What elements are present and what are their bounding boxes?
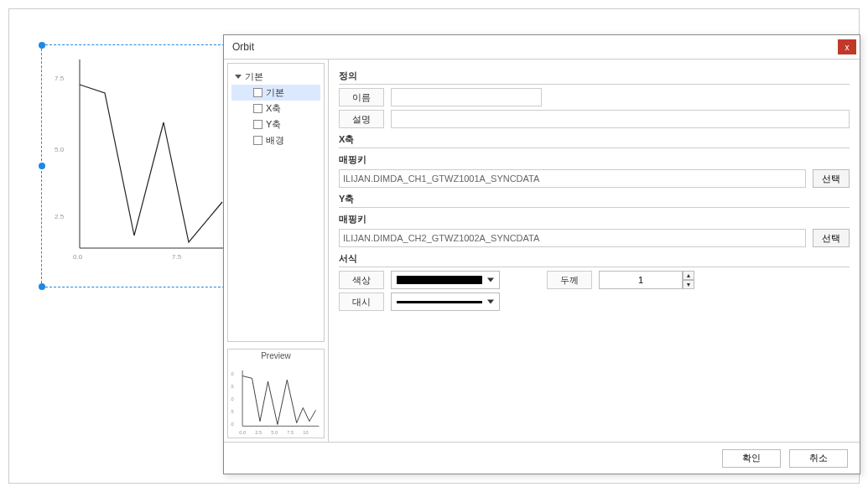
tree-item-xaxis[interactable]: X축 [231, 101, 320, 117]
checkbox-icon[interactable] [253, 88, 262, 97]
section-xaxis: X축 [339, 133, 850, 148]
svg-text:2.5: 2.5 [55, 213, 65, 220]
x-mapkey-input[interactable] [339, 169, 806, 188]
thickness-spinner[interactable]: ▲ ▼ [599, 271, 694, 289]
dash-swatch [397, 301, 482, 303]
color-swatch [397, 276, 482, 284]
tree-item-label: Y축 [266, 118, 281, 131]
y-mapkey-input[interactable] [339, 229, 806, 247]
left-pane: 기본 기본 X축 Y축 [224, 60, 329, 442]
right-pane: 정의 이름 설명 X축 매핑키 선택 Y축 매핑키 [329, 60, 860, 442]
thickness-input[interactable] [599, 271, 683, 289]
label-thickness: 두께 [547, 271, 592, 289]
tree-item-label: 배경 [266, 134, 284, 147]
label-dash: 대시 [339, 293, 384, 311]
svg-text:.5: .5 [230, 384, 234, 389]
svg-text:5.0: 5.0 [55, 146, 65, 153]
section-definition: 정의 [339, 70, 850, 85]
tree-item-background[interactable]: 배경 [231, 132, 320, 148]
dialog-titlebar[interactable]: Orbit x [224, 35, 860, 59]
checkbox-icon[interactable] [253, 104, 262, 113]
chevron-down-icon [235, 75, 242, 79]
label-color: 색상 [339, 271, 384, 289]
dash-combo[interactable] [391, 293, 500, 311]
spin-down-icon[interactable]: ▼ [683, 280, 694, 289]
orbit-dialog: Orbit x 기본 기본 X축 [223, 34, 860, 474]
close-button[interactable]: x [838, 39, 856, 54]
svg-text:.0: .0 [230, 396, 234, 401]
resize-handle[interactable] [39, 163, 45, 169]
checkbox-icon[interactable] [253, 120, 262, 129]
svg-text:0.0: 0.0 [239, 430, 246, 435]
spin-up-icon[interactable]: ▲ [683, 271, 694, 280]
preview-chart: .0 .5 .0 .5 .0 0.0 2.5 5.0 7.5 10 [228, 362, 324, 438]
section-yaxis: Y축 [339, 193, 850, 208]
label-desc: 설명 [339, 110, 384, 128]
label-name: 이름 [339, 88, 384, 106]
preview-panel: Preview .0 .5 .0 .5 .0 0.0 2.5 5.0 [227, 349, 325, 438]
tree-root[interactable]: 기본 [231, 69, 320, 85]
resize-handle[interactable] [39, 42, 45, 49]
canvas-frame: 7.5 5.0 2.5 0.0 7.5 Orbit x 기본 [8, 8, 860, 484]
section-format: 서식 [339, 252, 850, 267]
color-combo[interactable] [391, 271, 500, 289]
ok-button[interactable]: 확인 [722, 449, 781, 468]
svg-text:.5: .5 [230, 409, 234, 414]
svg-text:7.5: 7.5 [55, 75, 65, 82]
dialog-footer: 확인 취소 [224, 442, 860, 474]
svg-text:2.5: 2.5 [255, 430, 262, 435]
tree-item-label: 기본 [266, 86, 284, 99]
label-mapkey-x: 매핑키 [339, 153, 850, 166]
background-chart: 7.5 5.0 2.5 0.0 7.5 [55, 51, 239, 269]
svg-text:7.5: 7.5 [287, 430, 294, 435]
svg-text:10: 10 [303, 430, 308, 435]
cancel-button[interactable]: 취소 [789, 449, 848, 468]
checkbox-icon[interactable] [253, 136, 262, 145]
svg-text:.0: .0 [230, 371, 234, 376]
tree-item-label: X축 [266, 102, 281, 115]
dialog-title: Orbit [232, 41, 254, 53]
svg-text:.0: .0 [230, 422, 234, 427]
y-select-button[interactable]: 선택 [813, 229, 850, 247]
name-input[interactable] [391, 88, 542, 106]
tree-item-basic[interactable]: 기본 [231, 85, 320, 101]
tree-item-yaxis[interactable]: Y축 [231, 117, 320, 132]
svg-text:0.0: 0.0 [73, 253, 83, 261]
resize-handle[interactable] [39, 283, 45, 290]
x-select-button[interactable]: 선택 [813, 169, 850, 188]
tree-root-label: 기본 [245, 70, 263, 83]
property-tree[interactable]: 기본 기본 X축 Y축 [227, 63, 325, 342]
desc-input[interactable] [391, 110, 850, 128]
svg-text:5.0: 5.0 [271, 430, 278, 435]
label-mapkey-y: 매핑키 [339, 213, 850, 225]
preview-label: Preview [228, 350, 324, 362]
svg-text:7.5: 7.5 [172, 253, 182, 261]
